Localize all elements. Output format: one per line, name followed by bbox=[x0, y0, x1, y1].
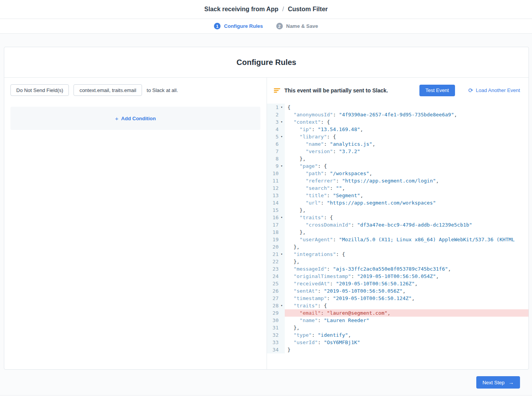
code-text: }, bbox=[285, 206, 529, 214]
test-event-button[interactable]: Test Event bbox=[419, 85, 455, 96]
code-line: 14 "url": "https://app.segment.com/works… bbox=[267, 199, 529, 206]
line-number: 8 bbox=[267, 155, 279, 162]
rule-row: Do Not Send Field(s) context.email, trai… bbox=[10, 84, 260, 96]
rule-suffix-text: to Slack at all. bbox=[147, 87, 178, 93]
fold-spacer bbox=[279, 148, 285, 155]
code-line: 4 "ip": "13.54.169.48", bbox=[267, 126, 529, 133]
code-text: "receivedAt": "2019-05-10T00:56:50.126Z"… bbox=[285, 280, 529, 287]
add-condition-button[interactable]: + Add Condition bbox=[113, 115, 158, 122]
code-line: 13 "title": "Segment", bbox=[267, 192, 529, 199]
line-number: 28 bbox=[267, 302, 279, 309]
fold-arrow-icon[interactable]: ▾ bbox=[279, 214, 285, 221]
fold-spacer bbox=[279, 324, 285, 331]
code-text: "page": { bbox=[285, 162, 529, 170]
line-number: 17 bbox=[267, 221, 279, 228]
breadcrumb: Slack receiving from App / Custom Filter bbox=[0, 0, 532, 19]
code-text: "title": "Segment", bbox=[285, 192, 529, 199]
code-text: } bbox=[285, 346, 529, 353]
line-number: 32 bbox=[267, 331, 279, 339]
code-line: 30 "name": "Lauren Reeder" bbox=[267, 317, 529, 324]
code-text: "context": { bbox=[285, 118, 529, 126]
code-text: "timestamp": "2019-05-10T00:56:50.124Z", bbox=[285, 295, 529, 302]
line-number: 31 bbox=[267, 324, 279, 331]
fold-spacer bbox=[279, 295, 285, 302]
code-editor[interactable]: 1▾{2 "anonymousId": "4f9390ae-2657-4fe1-… bbox=[267, 103, 529, 369]
code-text: }, bbox=[285, 155, 529, 162]
fold-arrow-icon[interactable]: ▾ bbox=[279, 133, 285, 140]
line-number: 11 bbox=[267, 177, 279, 184]
fold-arrow-icon[interactable]: ▾ bbox=[279, 302, 285, 309]
code-line: 19 "userAgent": "Mozilla/5.0 (X11; Linux… bbox=[267, 236, 529, 243]
code-line: 24 "originalTimestamp": "2019-05-10T00:5… bbox=[267, 273, 529, 280]
fold-spacer bbox=[279, 331, 285, 339]
code-text: "traits": { bbox=[285, 302, 529, 309]
fold-spacer bbox=[279, 309, 285, 317]
code-line: 1▾{ bbox=[267, 104, 529, 111]
fold-arrow-icon[interactable]: ▾ bbox=[279, 104, 285, 111]
code-line: 5▾ "library": { bbox=[267, 133, 529, 140]
fold-spacer bbox=[279, 339, 285, 346]
code-text: "referrer": "https://app.segment.com/log… bbox=[285, 177, 529, 184]
code-line: 2 "anonymousId": "4f9390ae-2657-4fe1-9d9… bbox=[267, 111, 529, 118]
add-condition-box: + Add Condition bbox=[10, 107, 260, 130]
line-number: 24 bbox=[267, 273, 279, 280]
fold-spacer bbox=[279, 199, 285, 206]
fold-spacer bbox=[279, 221, 285, 228]
code-text: }, bbox=[285, 324, 529, 331]
line-number: 20 bbox=[267, 243, 279, 251]
fold-spacer bbox=[279, 228, 285, 236]
fold-spacer bbox=[279, 206, 285, 214]
step-1-label: Configure Rules bbox=[224, 23, 263, 29]
breadcrumb-source-link[interactable]: Slack receiving from App bbox=[204, 6, 278, 13]
fold-arrow-icon[interactable]: ▾ bbox=[279, 162, 285, 170]
refresh-icon: ⟳ bbox=[468, 87, 473, 93]
card-title: Configure Rules bbox=[4, 47, 529, 78]
line-number: 26 bbox=[267, 287, 279, 295]
code-line: 32 "type": "identify", bbox=[267, 331, 529, 339]
fold-spacer bbox=[279, 184, 285, 192]
code-text: "traits": { bbox=[285, 214, 529, 221]
code-text: "messageId": "ajs-33ffc2ac0a550e8f053789… bbox=[285, 265, 529, 273]
next-step-button[interactable]: Next Step → bbox=[476, 376, 520, 389]
code-line: 6 "name": "analytics.js", bbox=[267, 140, 529, 148]
fold-spacer bbox=[279, 243, 285, 251]
code-line: 20 }, bbox=[267, 243, 529, 251]
code-line: 11 "referrer": "https://app.segment.com/… bbox=[267, 177, 529, 184]
line-number: 6 bbox=[267, 140, 279, 148]
code-text: "name": "analytics.js", bbox=[285, 140, 529, 148]
code-text: }, bbox=[285, 228, 529, 236]
code-line: 17 "crossDomainId": "df3a47ee-bcc9-479d-… bbox=[267, 221, 529, 228]
rule-builder-panel: Do Not Send Field(s) context.email, trai… bbox=[4, 78, 267, 369]
fold-spacer bbox=[279, 280, 285, 287]
rule-fields-button[interactable]: context.email, traits.email bbox=[74, 84, 142, 96]
code-text: "type": "identify", bbox=[285, 331, 529, 339]
fold-arrow-icon[interactable]: ▾ bbox=[279, 118, 285, 126]
fold-arrow-icon[interactable]: ▾ bbox=[279, 251, 285, 258]
load-another-event-button[interactable]: ⟳ Load Another Event bbox=[466, 87, 522, 94]
line-number: 7 bbox=[267, 148, 279, 155]
code-line: 25 "receivedAt": "2019-05-10T00:56:50.12… bbox=[267, 280, 529, 287]
fold-spacer bbox=[279, 111, 285, 118]
step-name-and-save[interactable]: 2 Name & Save bbox=[276, 23, 318, 29]
rule-action-button[interactable]: Do Not Send Field(s) bbox=[10, 84, 69, 96]
code-line: 31 }, bbox=[267, 324, 529, 331]
code-line: 8 }, bbox=[267, 155, 529, 162]
code-line: 7 "version": "3.7.2" bbox=[267, 148, 529, 155]
code-line: 26 "sentAt": "2019-05-10T00:56:50.056Z", bbox=[267, 287, 529, 295]
line-number: 1 bbox=[267, 104, 279, 111]
code-line: 3▾ "context": { bbox=[267, 118, 529, 126]
code-line: 18 }, bbox=[267, 228, 529, 236]
line-number: 5 bbox=[267, 133, 279, 140]
line-number: 25 bbox=[267, 280, 279, 287]
line-number: 12 bbox=[267, 184, 279, 192]
step-configure-rules[interactable]: 1 Configure Rules bbox=[214, 23, 263, 29]
step-1-badge: 1 bbox=[214, 23, 221, 29]
code-line: 15 }, bbox=[267, 206, 529, 214]
line-number: 16 bbox=[267, 214, 279, 221]
code-text: "ip": "13.54.169.48", bbox=[285, 126, 529, 133]
fold-spacer bbox=[279, 287, 285, 295]
fold-spacer bbox=[279, 258, 285, 265]
code-text: "integrations": { bbox=[285, 251, 529, 258]
code-text: { bbox=[285, 104, 529, 111]
fold-spacer bbox=[279, 126, 285, 133]
